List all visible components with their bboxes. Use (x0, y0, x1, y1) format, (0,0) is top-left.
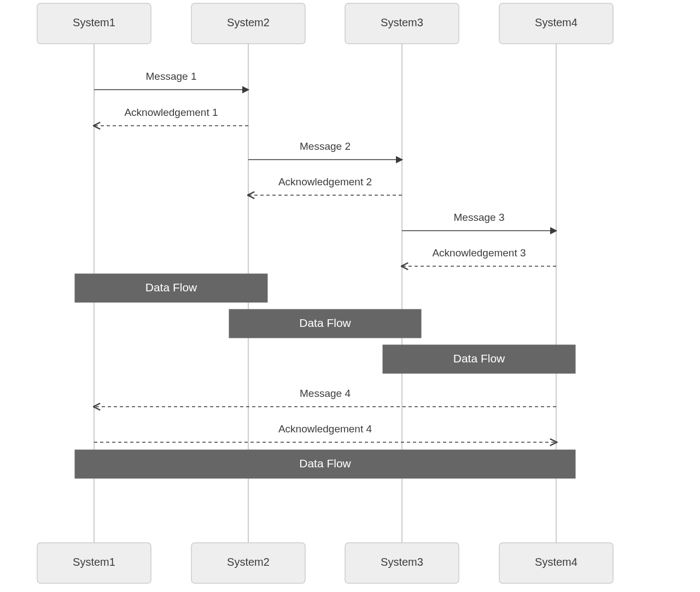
message-label: Message 3 (454, 212, 505, 223)
note-label: Data Flow (299, 316, 351, 329)
message-label: Acknowledgement 3 (432, 247, 526, 259)
participant-label-s1: System1 (73, 16, 115, 28)
note-label: Data Flow (299, 457, 351, 470)
participant-label-s2: System2 (227, 16, 270, 28)
participant-label-s4: System4 (535, 16, 578, 28)
message-label: Acknowledgement 2 (278, 176, 372, 187)
sequence-diagram: Message 1Acknowledgement 1Message 2Ackno… (0, 0, 700, 592)
message-label: Message 4 (300, 388, 351, 399)
participant-label-s4: System4 (535, 556, 578, 568)
note-label: Data Flow (453, 352, 505, 365)
message-label: Message 1 (146, 71, 197, 82)
participant-label-s3: System3 (381, 16, 423, 28)
diagram-svg: Message 1Acknowledgement 1Message 2Ackno… (0, 0, 700, 592)
message-label: Message 2 (300, 140, 351, 152)
note-label: Data Flow (145, 281, 197, 294)
message-label: Acknowledgement 1 (124, 107, 218, 118)
message-label: Acknowledgement 4 (278, 423, 372, 435)
participant-label-s2: System2 (227, 556, 270, 568)
participant-label-s1: System1 (73, 556, 115, 568)
participant-label-s3: System3 (381, 556, 423, 568)
